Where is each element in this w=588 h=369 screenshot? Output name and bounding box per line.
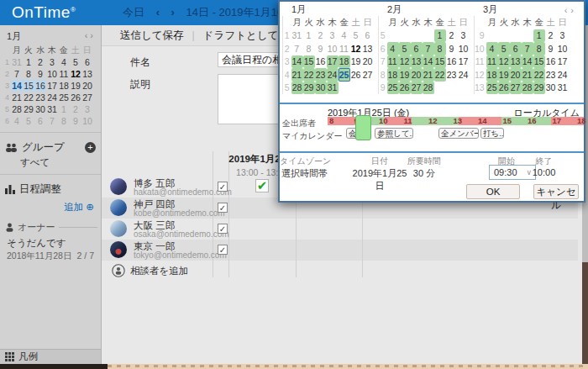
day-cell[interactable]: 2 xyxy=(446,29,458,43)
day-cell[interactable]: 9 xyxy=(545,42,557,55)
day-cell[interactable]: 12 xyxy=(399,55,411,69)
day-cell[interactable]: 6 xyxy=(81,56,93,68)
day-cell[interactable]: 7 xyxy=(291,42,303,55)
day-cell[interactable]: 21 xyxy=(11,92,23,103)
day-cell[interactable]: 31 xyxy=(291,29,303,43)
day-cell[interactable]: 13 xyxy=(81,68,93,80)
day-cell[interactable]: 1 xyxy=(303,29,315,43)
day-cell[interactable]: 9 xyxy=(446,42,458,55)
sidebar-item-all-groups[interactable]: すべて xyxy=(0,156,101,169)
day-cell[interactable]: 31 xyxy=(327,82,339,95)
day-cell[interactable]: 13 xyxy=(411,55,423,69)
day-cell[interactable]: 28 xyxy=(522,82,533,95)
day-cell[interactable]: 18 xyxy=(387,68,399,82)
day-cell[interactable]: 19 xyxy=(350,55,362,69)
day-cell[interactable]: 3 xyxy=(557,29,569,43)
day-cell[interactable]: 16 xyxy=(315,55,327,69)
day-cell[interactable]: 14 xyxy=(11,80,23,92)
day-cell[interactable]: 6 xyxy=(362,29,374,43)
day-cell[interactable]: 29 xyxy=(23,103,34,115)
legend-bar[interactable]: 凡例 xyxy=(0,349,101,364)
sidebar-item-schedule-adjust[interactable]: 日程調整 xyxy=(0,182,101,197)
day-cell[interactable]: 8 xyxy=(533,42,545,55)
day-cell[interactable]: 25 xyxy=(387,82,399,95)
day-cell[interactable]: 22 xyxy=(23,92,34,103)
day-cell[interactable]: 10 xyxy=(81,115,93,127)
day-cell[interactable]: 4 xyxy=(486,42,498,55)
day-cell[interactable]: 2 xyxy=(315,29,327,43)
day-cell[interactable]: 22 xyxy=(533,68,545,82)
day-cell[interactable]: 18 xyxy=(486,68,498,82)
day-cell[interactable]: 3 xyxy=(458,29,470,43)
day-cell[interactable]: 17 xyxy=(458,55,470,69)
day-cell[interactable]: 31 xyxy=(557,82,569,95)
day-cell[interactable]: 27 xyxy=(411,82,423,95)
day-cell[interactable]: 10 xyxy=(327,42,339,55)
day-cell[interactable]: 30 xyxy=(545,82,557,95)
day-cell[interactable]: 17 xyxy=(327,55,339,69)
day-cell[interactable]: 22 xyxy=(434,68,446,82)
next-icon[interactable]: › xyxy=(171,6,175,18)
day-cell[interactable]: 5 xyxy=(498,42,510,55)
day-cell[interactable]: 28 xyxy=(291,82,303,95)
day-cell[interactable]: 15 xyxy=(434,55,446,69)
day-cell[interactable]: 12 xyxy=(70,68,81,80)
day-cell[interactable]: 26 xyxy=(70,92,81,103)
event-chip[interactable]: 打ち... xyxy=(480,128,504,139)
day-cell[interactable]: 1 xyxy=(533,29,545,43)
day-cell[interactable]: 26 xyxy=(350,68,362,82)
day-cell[interactable]: 23 xyxy=(446,68,458,82)
day-cell[interactable]: 28 xyxy=(423,82,434,95)
day-cell[interactable]: 17 xyxy=(557,55,569,69)
day-cell[interactable]: 6 xyxy=(510,42,522,55)
day-cell[interactable]: 27 xyxy=(81,92,93,103)
day-cell[interactable]: 11 xyxy=(339,42,350,55)
add-group-icon[interactable]: + xyxy=(85,142,96,153)
selected-time-slot[interactable] xyxy=(355,115,371,140)
day-cell[interactable]: 14 xyxy=(423,55,434,69)
day-cell[interactable]: 9 xyxy=(70,115,81,127)
day-cell[interactable]: 13 xyxy=(362,42,374,55)
day-cell[interactable]: 1 xyxy=(434,29,446,43)
day-cell[interactable]: 9 xyxy=(315,42,327,55)
day-cell[interactable]: 20 xyxy=(411,68,423,82)
day-cell[interactable]: 14 xyxy=(291,55,303,69)
day-cell[interactable]: 20 xyxy=(81,80,93,92)
day-cell[interactable]: 2 xyxy=(70,103,81,115)
day-cell[interactable]: 4 xyxy=(339,29,350,43)
sidebar-item-groups[interactable]: グループ + xyxy=(0,140,101,155)
day-cell[interactable]: 16 xyxy=(446,55,458,69)
day-cell[interactable]: 9 xyxy=(34,68,46,80)
day-cell[interactable]: 3 xyxy=(81,103,93,115)
event-chip[interactable]: 全メンバー会議 xyxy=(438,128,479,139)
attendee-checkbox[interactable]: ✓ xyxy=(218,182,228,192)
day-cell[interactable]: 23 xyxy=(34,92,46,103)
attendee-checkbox[interactable]: ✓ xyxy=(218,224,228,234)
day-cell[interactable]: 8 xyxy=(23,68,34,80)
months-nav[interactable]: ‹› xyxy=(564,5,577,15)
toolbar-item[interactable]: 送信して保存 xyxy=(120,29,184,43)
day-cell[interactable]: 31 xyxy=(11,56,23,68)
attendee-checkbox[interactable]: ✓ xyxy=(218,245,228,255)
day-cell[interactable]: 24 xyxy=(458,68,470,82)
day-cell[interactable]: 4 xyxy=(11,115,23,127)
today-button[interactable]: 今日 xyxy=(123,6,144,18)
day-cell[interactable]: 24 xyxy=(327,68,339,82)
day-cell[interactable]: 6 xyxy=(34,115,46,127)
day-cell[interactable]: 4 xyxy=(58,56,70,68)
day-cell[interactable]: 15 xyxy=(533,55,545,69)
day-cell[interactable]: 8 xyxy=(303,42,315,55)
event-chip[interactable]: 参照して... xyxy=(375,128,413,139)
day-cell[interactable]: 24 xyxy=(46,92,58,103)
day-cell[interactable]: 8 xyxy=(58,115,70,127)
day-cell[interactable]: 27 xyxy=(362,68,374,82)
day-cell[interactable]: 1 xyxy=(23,56,34,68)
day-cell[interactable]: 7 xyxy=(423,42,434,55)
day-cell[interactable]: 6 xyxy=(411,42,423,55)
day-cell[interactable]: 21 xyxy=(522,68,533,82)
day-cell[interactable]: 18 xyxy=(339,55,350,69)
day-cell[interactable]: 24 xyxy=(557,68,569,82)
day-cell[interactable]: 2 xyxy=(34,56,46,68)
day-cell[interactable]: 18 xyxy=(58,80,70,92)
day-cell[interactable]: 3 xyxy=(327,29,339,43)
